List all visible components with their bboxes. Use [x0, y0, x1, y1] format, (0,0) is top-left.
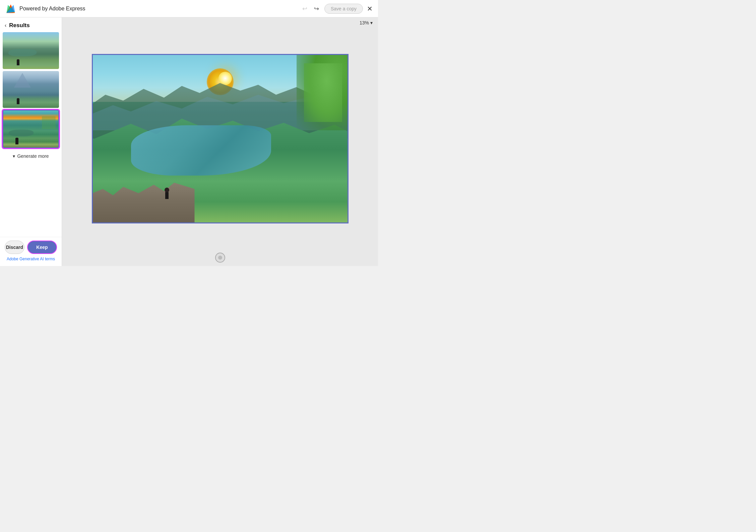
action-buttons: Discard Keep [5, 241, 57, 254]
discard-button[interactable]: Discard [5, 241, 24, 254]
thumbnails-list: ▾ Generate more [0, 32, 62, 237]
app-title: Powered by Adobe Express [19, 6, 85, 12]
redo-button[interactable]: ↪ [313, 4, 320, 14]
thumbnail-1[interactable] [3, 32, 59, 69]
zoom-level: 13% [360, 20, 369, 25]
ai-terms-link[interactable]: Adobe Generative AI terms [5, 257, 57, 261]
sidebar-header: ‹ Results [0, 17, 62, 32]
keep-button[interactable]: Keep [27, 241, 57, 254]
thumbnail-2[interactable] [3, 71, 59, 108]
header-left: Powered by Adobe Express [5, 3, 85, 14]
results-title: Results [9, 22, 29, 29]
undo-icon: ↩ [302, 5, 307, 12]
sidebar: ‹ Results [0, 17, 62, 266]
save-copy-button[interactable]: Save a copy [324, 4, 363, 14]
adobe-logo [5, 3, 16, 14]
generate-more-button[interactable]: ▾ Generate more [3, 150, 59, 162]
canvas-content [62, 28, 378, 249]
header-right: ↩ ↪ Save a copy ✕ [301, 4, 373, 14]
canvas-bottom [62, 249, 378, 266]
scroll-indicator [215, 253, 225, 263]
undo-button[interactable]: ↩ [301, 4, 309, 14]
thumbnail-3[interactable] [3, 110, 59, 148]
app-header: Powered by Adobe Express ↩ ↪ Save a copy… [0, 0, 378, 17]
close-button[interactable]: ✕ [367, 5, 373, 13]
sidebar-footer: Discard Keep Adobe Generative AI terms [0, 237, 62, 266]
zoom-dropdown-icon: ▾ [370, 20, 373, 25]
canvas-toolbar: 13% ▾ [62, 17, 378, 28]
close-icon: ✕ [367, 5, 373, 12]
generate-more-label: Generate more [17, 153, 49, 159]
back-button[interactable]: ‹ [5, 22, 6, 28]
main-layout: ‹ Results [0, 17, 378, 266]
redo-icon: ↪ [314, 5, 319, 12]
zoom-control[interactable]: 13% ▾ [360, 20, 373, 25]
generate-more-chevron-icon: ▾ [13, 153, 15, 159]
main-image[interactable] [93, 55, 348, 222]
canvas-area: 13% ▾ [62, 17, 378, 266]
